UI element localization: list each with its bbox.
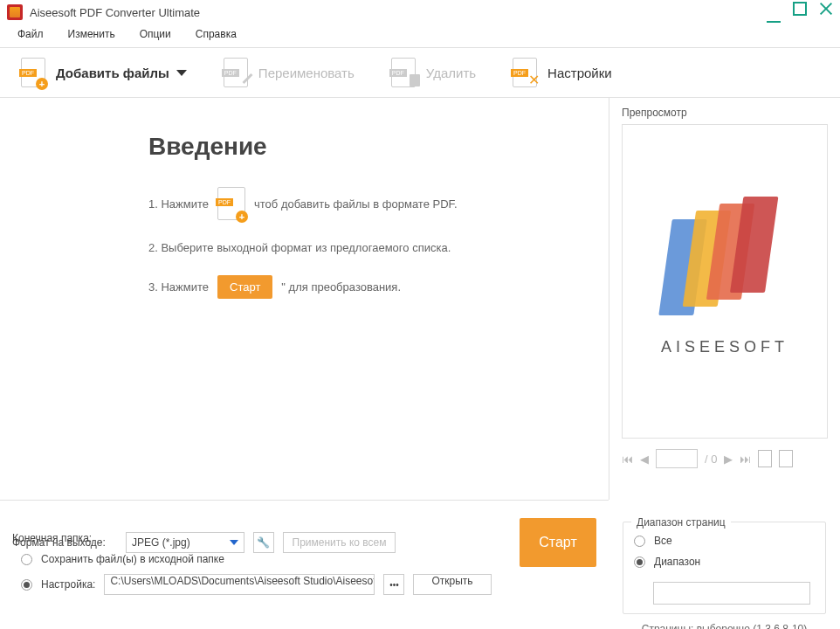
close-button[interactable] <box>819 2 833 16</box>
chevron-down-icon <box>230 540 238 545</box>
pdf-delete-icon <box>391 58 416 87</box>
settings-label: Настройки <box>547 66 612 80</box>
menu-file[interactable]: Файл <box>17 28 44 40</box>
app-title: Aiseesoft PDF Converter Ultimate <box>30 6 767 19</box>
dest-path-input[interactable]: C:\Users\MLOADS\Documents\Aiseesoft Stud… <box>104 574 375 595</box>
dest-same-label: Сохранить файл(ы) в исходной папке <box>41 553 224 565</box>
step1-suffix: чтоб добавить файлы в формате PDF. <box>254 197 458 211</box>
step3-suffix: " для преобразования. <box>281 280 401 294</box>
range-hint: Страницы: выборочно (1,3,6,8-10) <box>623 623 826 629</box>
step1-prefix: 1. Нажмите <box>148 197 209 211</box>
brand-logo <box>672 207 776 303</box>
range-custom-radio[interactable] <box>634 556 645 568</box>
pdf-rename-icon <box>224 58 248 87</box>
export-page-icon[interactable] <box>779 450 793 467</box>
single-page-icon[interactable] <box>758 450 772 467</box>
menu-edit[interactable]: Изменить <box>68 28 115 40</box>
range-custom-label: Диапазон <box>654 556 700 568</box>
start-chip: Старт <box>217 275 272 299</box>
add-files-label: Добавить файлы <box>56 66 169 80</box>
rename-label: Переименовать <box>258 66 355 80</box>
range-input[interactable] <box>653 582 810 605</box>
app-icon <box>7 4 23 20</box>
dots-icon: ••• <box>389 580 399 590</box>
settings-button[interactable]: Настройки <box>509 57 612 88</box>
first-page-button[interactable]: ⏮ <box>622 453 633 466</box>
delete-button: Удалить <box>388 57 476 88</box>
chevron-down-icon <box>176 70 187 76</box>
dest-same-radio[interactable] <box>21 554 32 565</box>
minimize-button[interactable] <box>767 9 781 23</box>
intro-title: Введение <box>148 133 565 161</box>
menu-options[interactable]: Опции <box>140 28 171 40</box>
format-value: JPEG (*.jpg) <box>132 536 190 549</box>
brand-text: AISEESOFT <box>661 338 788 356</box>
open-button[interactable]: Открыть <box>413 574 491 595</box>
menu-help[interactable]: Справка <box>196 28 237 40</box>
apply-all-button[interactable]: Применить ко всем <box>283 532 396 553</box>
last-page-button[interactable]: ⏭ <box>740 453 751 466</box>
format-select[interactable]: JPEG (*.jpg) <box>126 532 244 553</box>
preview-box: AISEESOFT <box>622 124 828 439</box>
wrench-icon: 🔧 <box>257 536 270 549</box>
pdf-add-icon <box>217 187 245 220</box>
pdf-settings-icon <box>513 58 537 87</box>
maximize-button[interactable] <box>793 2 807 16</box>
dest-custom-label: Настройка: <box>41 578 95 591</box>
range-all-label: Все <box>654 535 672 547</box>
prev-page-button[interactable]: ◀ <box>640 453 649 466</box>
range-legend: Диапазон страниц <box>631 516 731 529</box>
step2-text: 2. Выберите выходной формат из предлогае… <box>148 241 451 254</box>
preview-title: Препросмотр <box>622 107 828 119</box>
pdf-add-icon <box>21 58 45 87</box>
page-input[interactable] <box>656 449 698 468</box>
format-settings-button[interactable]: 🔧 <box>253 532 274 553</box>
start-button[interactable]: Старт <box>520 518 596 567</box>
dest-custom-radio[interactable] <box>21 579 32 591</box>
browse-button[interactable]: ••• <box>383 574 404 595</box>
range-all-radio[interactable] <box>634 536 645 547</box>
rename-button: Переименовать <box>220 57 355 88</box>
step3-prefix: 3. Нажмите <box>148 280 209 294</box>
add-files-button[interactable]: Добавить файлы <box>17 57 187 88</box>
delete-label: Удалить <box>426 66 476 80</box>
dest-label: Конечная папка: <box>12 532 117 544</box>
page-total: / 0 <box>705 453 717 466</box>
next-page-button[interactable]: ▶ <box>724 453 733 466</box>
